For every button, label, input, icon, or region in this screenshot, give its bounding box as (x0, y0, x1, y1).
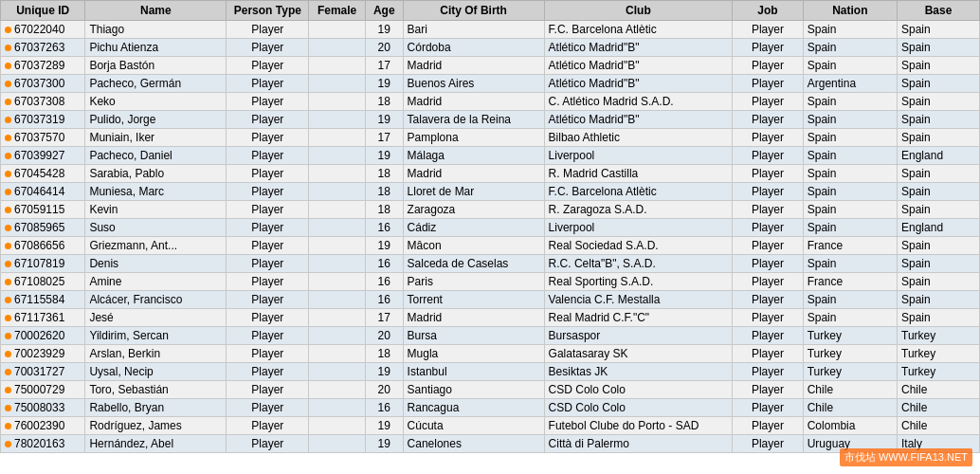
table-cell: Player (733, 21, 803, 39)
col-header-name[interactable]: Name (85, 1, 227, 21)
table-cell (309, 309, 366, 327)
table-cell: 20 (365, 327, 403, 345)
table-cell: Atlético Madrid"B" (544, 39, 733, 57)
table-row[interactable]: 76002390Rodríguez, JamesPlayer19CúcutaFu… (1, 417, 980, 435)
table-row[interactable]: 67022040ThiagoPlayer19BariF.C. Barcelona… (1, 21, 980, 39)
table-cell: Player (227, 291, 309, 309)
table-cell: Córdoba (403, 39, 544, 57)
table-cell: Chile (898, 417, 980, 435)
table-cell: 70023929 (1, 345, 85, 363)
col-header-female[interactable]: Female (309, 1, 366, 21)
table-cell: Borja Bastón (85, 57, 227, 75)
table-row[interactable]: 67037263Pichu AtienzaPlayer20CórdobaAtlé… (1, 39, 980, 57)
table-cell: Madrid (403, 57, 544, 75)
table-cell: Città di Palermo (544, 435, 733, 453)
row-indicator-dot (5, 333, 11, 339)
table-cell: Turkey (898, 327, 980, 345)
table-cell: 16 (365, 273, 403, 291)
table-row[interactable]: 67039927Pacheco, DanielPlayer19MálagaLiv… (1, 147, 980, 165)
table-row[interactable]: 67115584Alcácer, FranciscoPlayer16Torren… (1, 291, 980, 309)
row-indicator-dot (5, 405, 11, 411)
table-cell: R.C. Celta"B", S.A.D. (544, 255, 733, 273)
col-header-club[interactable]: Club (544, 1, 733, 21)
table-row[interactable]: 70002620Yildirim, SercanPlayer20BursaBur… (1, 327, 980, 345)
table-cell: Turkey (803, 345, 897, 363)
table-cell (309, 75, 366, 93)
table-cell: Player (733, 399, 803, 417)
table-row[interactable]: 67046414Muniesa, MarcPlayer18Lloret de M… (1, 183, 980, 201)
col-header-base[interactable]: Base (898, 1, 980, 21)
table-cell: Griezmann, Ant... (85, 237, 227, 255)
table-cell: Player (227, 111, 309, 129)
table-cell: 16 (365, 219, 403, 237)
table-cell: Spain (898, 255, 980, 273)
table-cell: Player (227, 219, 309, 237)
table-row[interactable]: 67037319Pulido, JorgePlayer19Talavera de… (1, 111, 980, 129)
table-cell: Atlético Madrid"B" (544, 75, 733, 93)
table-cell: Player (227, 39, 309, 57)
table-cell: Rodríguez, James (85, 417, 227, 435)
table-cell (309, 111, 366, 129)
col-header-age[interactable]: Age (365, 1, 403, 21)
uid-value: 67037570 (14, 131, 64, 144)
table-cell: Suso (85, 219, 227, 237)
table-cell: Mugla (403, 345, 544, 363)
table-cell (309, 165, 366, 183)
table-row[interactable]: 75000729Toro, SebastiánPlayer20SantiagoC… (1, 381, 980, 399)
table-row[interactable]: 67037289Borja BastónPlayer17MadridAtléti… (1, 57, 980, 75)
row-indicator-dot (5, 135, 11, 141)
table-row[interactable]: 75008033Rabello, BryanPlayer16RancaguaCS… (1, 399, 980, 417)
table-cell: Turkey (803, 327, 897, 345)
table-cell: Málaga (403, 147, 544, 165)
row-indicator-dot (5, 261, 11, 267)
col-header-job[interactable]: Job (733, 1, 803, 21)
table-cell: 19 (365, 147, 403, 165)
table-body: 67022040ThiagoPlayer19BariF.C. Barcelona… (1, 21, 980, 453)
table-cell: Bursaspor (544, 327, 733, 345)
table-cell: Spain (898, 309, 980, 327)
table-row[interactable]: 67037300Pacheco, GermánPlayer19Buenos Ai… (1, 75, 980, 93)
row-indicator-dot (5, 297, 11, 303)
table-cell: Player (733, 183, 803, 201)
table-cell: 16 (365, 255, 403, 273)
table-cell: Spain (803, 165, 897, 183)
col-header-city[interactable]: City Of Birth (403, 1, 544, 21)
table-cell: Lloret de Mar (403, 183, 544, 201)
table-row[interactable]: 67037570Muniain, IkerPlayer17PamplonaBil… (1, 129, 980, 147)
col-header-ptype[interactable]: Person Type (227, 1, 309, 21)
table-row[interactable]: 67108025AminePlayer16ParisReal Sporting … (1, 273, 980, 291)
table-cell: Spain (898, 129, 980, 147)
table-row[interactable]: 67107819DenisPlayer16Salceda de CaselasR… (1, 255, 980, 273)
table-row[interactable]: 67117361JeséPlayer17MadridReal Madrid C.… (1, 309, 980, 327)
table-cell: Madrid (403, 93, 544, 111)
table-cell: 67115584 (1, 291, 85, 309)
table-cell: Spain (803, 147, 897, 165)
table-row[interactable]: 67037308KekoPlayer18MadridC. Atlético Ma… (1, 93, 980, 111)
row-indicator-dot (5, 117, 11, 123)
table-row[interactable]: 67045428Sarabia, PabloPlayer18MadridR. M… (1, 165, 980, 183)
col-header-nation[interactable]: Nation (803, 1, 897, 21)
table-cell: Player (227, 57, 309, 75)
table-cell: Player (227, 75, 309, 93)
table-row[interactable]: 78020163Hernández, AbelPlayer19Canelones… (1, 435, 980, 453)
table-cell: 67037319 (1, 111, 85, 129)
table-cell: Keko (85, 93, 227, 111)
table-row[interactable]: 67086656Griezmann, Ant...Player19MâconRe… (1, 237, 980, 255)
table-row[interactable]: 67059115KevinPlayer18ZaragozaR. Zaragoza… (1, 201, 980, 219)
table-cell: 20 (365, 381, 403, 399)
table-cell (309, 93, 366, 111)
table-row[interactable]: 70023929Arslan, BerkinPlayer18MuglaGalat… (1, 345, 980, 363)
table-cell: 19 (365, 21, 403, 39)
table-row[interactable]: 70031727Uysal, NecipPlayer19IstanbulBesi… (1, 363, 980, 381)
table-cell: Player (227, 309, 309, 327)
table-row[interactable]: 67085965SusoPlayer16CádizLiverpoolPlayer… (1, 219, 980, 237)
col-header-uid[interactable]: Unique ID (1, 1, 85, 21)
table-cell: 18 (365, 201, 403, 219)
table-cell: 19 (365, 75, 403, 93)
table-cell: Player (733, 327, 803, 345)
table-cell: 78020163 (1, 435, 85, 453)
table-cell: 67045428 (1, 165, 85, 183)
table-cell: Player (733, 237, 803, 255)
table-cell: Jesé (85, 309, 227, 327)
table-cell: Thiago (85, 21, 227, 39)
